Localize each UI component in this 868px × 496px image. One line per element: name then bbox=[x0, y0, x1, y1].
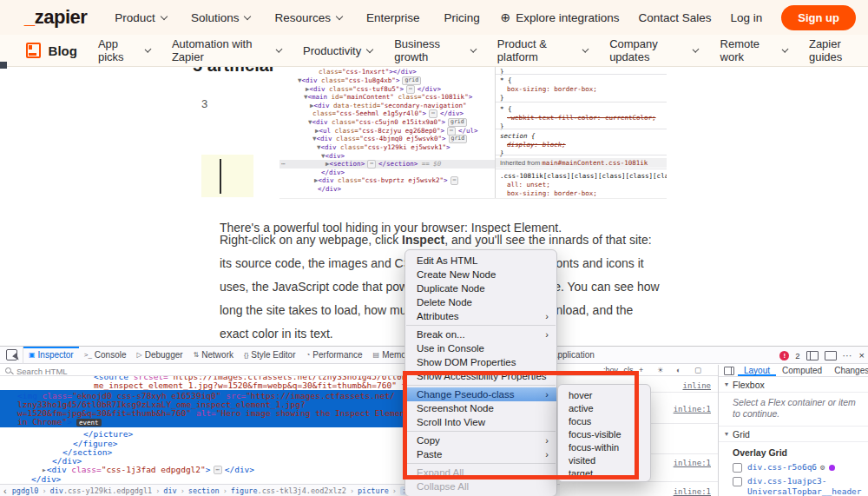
menu-item-delete-node[interactable]: Delete Node bbox=[405, 295, 556, 309]
code-line[interactable]: ▶<ul class="css-8czjyu eg268ep0">⋯</ul> bbox=[315, 127, 478, 135]
rule-source-link[interactable]: inline:1 bbox=[674, 459, 711, 467]
error-badge-icon[interactable]: ! bbox=[779, 351, 789, 360]
devtools-tab-console[interactable]: >_Console bbox=[79, 347, 132, 364]
menu-item-screenshot-node[interactable]: Screenshot Node bbox=[405, 401, 556, 415]
code-line[interactable]: ▸<div class="css-1j3fad edpgdgl2">⋯</div… bbox=[42, 466, 254, 474]
menu-item-attributes[interactable]: Attributes› bbox=[405, 309, 556, 323]
code-line[interactable]: ▼<div class="css-4bjmq0 ej5wsvk0">grid bbox=[312, 135, 470, 142]
code-line[interactable]: class="css-1nxsrt"></div> bbox=[319, 68, 417, 76]
menu-item-change-pseudo-class[interactable]: Change Pseudo-class› bbox=[405, 387, 556, 401]
menu-item-copy[interactable]: Copy› bbox=[405, 433, 556, 447]
blog-nav-automation-with-zapier[interactable]: Automation with Zapier bbox=[172, 37, 281, 63]
menu-item-scroll-into-view[interactable]: Scroll Into View bbox=[405, 415, 556, 429]
devtools-tab-style-editor[interactable]: {}Style Editor bbox=[239, 347, 300, 364]
blog-nav-company-updates[interactable]: Company updates bbox=[609, 37, 698, 63]
search-html-input[interactable] bbox=[15, 365, 279, 377]
pseudo-class-active[interactable]: active bbox=[558, 401, 650, 414]
nav-product[interactable]: Product bbox=[115, 11, 167, 24]
devtools-tab-performance[interactable]: ◔Performance bbox=[300, 347, 367, 364]
devtools-menu-icon[interactable]: ⋯ bbox=[843, 350, 853, 361]
pseudo-class-toggle[interactable]: :hov bbox=[603, 366, 618, 374]
code-line[interactable]: class="css-5eehml e1g5yr4l0">⋯</div> bbox=[312, 109, 464, 117]
breadcrumb-pgdgl0[interactable]: pgdgl0 bbox=[12, 486, 39, 495]
pseudo-class-focus[interactable]: focus bbox=[558, 414, 650, 427]
code-line[interactable]: </div> bbox=[31, 475, 61, 484]
color-scheme-icon[interactable]: ◐ bbox=[676, 366, 681, 374]
devtools-tab-network[interactable]: ⇅Network bbox=[188, 347, 239, 364]
explore-integrations-link[interactable]: ⊕Explore integrations bbox=[500, 10, 619, 24]
sidebar-tab-changes[interactable]: Changes bbox=[828, 365, 868, 376]
code-line[interactable]: ▼<div class="css-y129ki ej5wsvk1"> bbox=[317, 143, 450, 151]
menu-item-show-accessibility-properties[interactable]: Show Accessibility Properties bbox=[405, 369, 556, 383]
light-theme-icon[interactable]: ☀ bbox=[657, 366, 664, 374]
nav-enterprise[interactable]: Enterprise bbox=[366, 11, 420, 24]
breadcrumb-div[interactable]: div.css-y129ki.edpgdgl1 bbox=[50, 486, 153, 495]
code-line[interactable]: ▼<div class="css-c5ujn0 e15itx9a0">grid bbox=[308, 118, 470, 126]
code-line[interactable]: ▶<div class="css-bvprtz ej5wsvk2">⋯ bbox=[314, 176, 461, 184]
split-console-icon[interactable] bbox=[825, 351, 837, 360]
code-line[interactable]: ▼<div> bbox=[321, 152, 345, 160]
breadcrumb-div[interactable]: div bbox=[163, 486, 176, 495]
add-rule-button[interactable]: + bbox=[639, 366, 643, 374]
class-toggle[interactable]: .cls bbox=[621, 366, 634, 374]
menu-item-show-dom-properties[interactable]: Show DOM Properties bbox=[405, 355, 556, 369]
rule-source-link[interactable]: inline:1 bbox=[674, 487, 711, 496]
grid-overlay-checkbox[interactable] bbox=[733, 463, 742, 473]
blog-title[interactable]: Blog bbox=[49, 43, 77, 58]
pseudo-class-focus-visible[interactable]: focus-visible bbox=[558, 427, 650, 440]
menu-item-edit-as-html[interactable]: Edit As HTML bbox=[405, 254, 556, 268]
nav-solutions[interactable]: Solutions bbox=[191, 11, 251, 24]
rule-source-link[interactable]: inline bbox=[682, 381, 711, 390]
breadcrumb-figure[interactable]: figure.css-tkl3j4.eod2xlz2 bbox=[231, 486, 346, 495]
flexbox-section-header[interactable]: ▾Flexbox bbox=[719, 377, 868, 393]
grid-overlay-checkbox[interactable] bbox=[733, 477, 742, 486]
pseudo-class-focus-within[interactable]: focus-within bbox=[558, 440, 650, 453]
breadcrumb-picture[interactable]: picture bbox=[358, 486, 389, 495]
blog-nav-productivity[interactable]: Productivity bbox=[303, 44, 372, 57]
code-line[interactable]: </div> bbox=[321, 169, 345, 176]
menu-item-duplicate-node[interactable]: Duplicate Node bbox=[405, 281, 556, 295]
code-line[interactable]: </picture> bbox=[83, 430, 133, 439]
breadcrumb-scroll-icon[interactable]: ‹ bbox=[3, 486, 7, 496]
devtools-tab-inspector[interactable]: ▣Inspector bbox=[23, 347, 79, 364]
menu-item-create-new-node[interactable]: Create New Node bbox=[405, 268, 556, 281]
grid-overlay-name[interactable]: div.css-​1uajpc3-​UniversalTopbar__heade… bbox=[747, 476, 863, 496]
menu-item-paste[interactable]: Paste› bbox=[405, 447, 556, 461]
pick-element-button[interactable] bbox=[0, 347, 23, 364]
code-line[interactable]: ▶<div data-testid="secondary-navigation" bbox=[310, 102, 467, 109]
blog-nav-app-picks[interactable]: App picks bbox=[98, 37, 150, 63]
code-line[interactable]: in Chrome">event bbox=[17, 418, 102, 427]
grid-color-dot[interactable] bbox=[829, 465, 835, 471]
code-line[interactable]: </div> bbox=[318, 185, 341, 193]
code-line[interactable]: ▶<div class="css-tuf8u5">⋯</div> bbox=[306, 85, 441, 93]
code-line[interactable]: ▼<main id="mainContent" class="css-1081i… bbox=[304, 93, 472, 101]
gear-icon[interactable]: ⚙ bbox=[820, 463, 825, 472]
login-link[interactable]: Log in bbox=[731, 11, 763, 24]
sidebar-tab-layout[interactable]: Layout bbox=[738, 365, 776, 376]
breadcrumb-section[interactable]: section bbox=[188, 486, 220, 495]
pseudo-class-visited[interactable]: visited bbox=[558, 453, 650, 466]
sidebar-tab-computed[interactable]: Computed bbox=[776, 365, 828, 376]
pseudo-class-target[interactable]: target bbox=[558, 466, 650, 479]
zapier-logo[interactable]: _zapier bbox=[24, 6, 87, 29]
code-line[interactable]: ▼<div class="css-1u8g4xb">grid bbox=[298, 76, 424, 84]
menu-item-use-in-console[interactable]: Use in Console bbox=[405, 341, 556, 355]
rule-source-link[interactable]: inline:1 bbox=[674, 405, 711, 413]
nav-resources[interactable]: Resources bbox=[274, 11, 342, 24]
blog-nav-zapier-guides[interactable]: Zapier guides bbox=[809, 37, 868, 63]
blog-nav-product-platform[interactable]: Product & platform bbox=[497, 37, 588, 63]
pseudo-class-hover[interactable]: hover bbox=[558, 388, 650, 401]
code-line[interactable]: ▶<section>⋯</section> == $0 bbox=[326, 160, 441, 168]
print-media-icon[interactable]: ▢ bbox=[694, 366, 701, 374]
close-devtools-icon[interactable]: × bbox=[859, 350, 865, 360]
nav-pricing[interactable]: Pricing bbox=[444, 11, 479, 24]
devtools-tab-debugger[interactable]: ▷Debugger bbox=[132, 347, 188, 364]
responsive-mode-icon[interactable] bbox=[806, 351, 819, 360]
signup-button[interactable]: Sign up bbox=[781, 5, 856, 30]
grid-section-header[interactable]: ▾Grid bbox=[719, 427, 868, 442]
blog-nav-remote-work[interactable]: Remote work bbox=[720, 37, 787, 63]
menu-item-break-on[interactable]: Break on...› bbox=[405, 327, 556, 341]
grid-overlay-name[interactable]: div.css-​r5o6q6⚙ bbox=[747, 462, 835, 473]
code-line[interactable]: w=1520&fm=jpg&q=30&fit=thumb&h=760" alt=… bbox=[17, 409, 404, 418]
contact-sales-link[interactable]: Contact Sales bbox=[638, 11, 711, 24]
